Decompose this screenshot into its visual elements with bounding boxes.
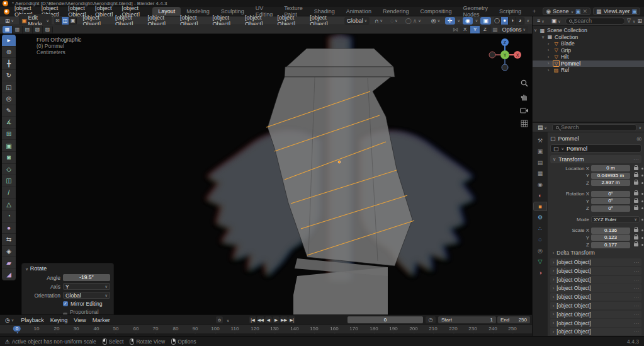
playback-jump-start[interactable]: |◀ [249, 316, 256, 323]
outliner-filter-mode[interactable]: ▣∨ [549, 17, 563, 25]
frame-tick[interactable]: 70 [153, 326, 159, 332]
mirror-axis-z[interactable]: Z [480, 26, 490, 33]
frame-tick[interactable]: 170 [349, 326, 358, 332]
tool-variant-select-difference[interactable]: ▧ [33, 26, 43, 33]
frame-tick[interactable]: 120 [251, 326, 259, 332]
tool-move[interactable]: ╋ [2, 58, 16, 70]
properties-section[interactable]: › [object Object] ⋯ [550, 328, 641, 335]
value-field[interactable]: 0° [591, 205, 630, 212]
tool-smooth[interactable]: ● [2, 222, 16, 234]
orientation-dropdown[interactable]: Global∨ [344, 17, 370, 25]
value-field[interactable]: 0 m [591, 165, 630, 171]
frame-tick[interactable]: 230 [468, 326, 477, 332]
timeline-menu[interactable]: Marker [89, 316, 113, 324]
playback-prev-keyframe[interactable]: ◀◀ [257, 316, 264, 323]
animate-dot[interactable] [641, 244, 643, 246]
playback-next-keyframe[interactable]: ▶▶ [280, 316, 288, 323]
properties-tab-object[interactable]: ■ [534, 202, 546, 210]
tool-transform[interactable]: ◎ [2, 93, 16, 105]
shading-solid[interactable]: ● [501, 17, 509, 25]
tool-edge-slide[interactable]: ⇆ [2, 234, 16, 246]
frame-tick[interactable]: 60 [133, 326, 139, 332]
value-field[interactable]: 0.049935 m [591, 173, 630, 179]
expand-icon[interactable]: ∨ [541, 35, 545, 40]
frame-tick[interactable]: 20 [54, 326, 60, 332]
lock-icon[interactable] [634, 174, 638, 177]
workspace-tab[interactable]: Scripting [494, 7, 527, 16]
lock-icon[interactable] [634, 200, 638, 203]
expand-icon[interactable]: ∨ [534, 28, 538, 33]
properties-tab-world[interactable]: ◐ [534, 192, 546, 200]
copy-icon[interactable]: ▣ [631, 8, 637, 14]
tool-extrude-region[interactable]: ▣ [2, 140, 16, 152]
editor-type-button[interactable]: ⊞∨ [3, 17, 16, 25]
tool-select-box[interactable]: ▸ [2, 35, 16, 47]
select-mode-face[interactable]: ▣ [69, 17, 77, 25]
playback-jump-end[interactable]: ▶| [288, 316, 295, 323]
gizmos-toggle[interactable]: ✛ [445, 17, 455, 25]
properties-tab-constraints[interactable]: ◎ [534, 246, 546, 255]
outliner-item-ref[interactable]: › ▨ Ref [533, 67, 644, 74]
properties-section[interactable]: › [object Object] ⋯ [550, 302, 641, 309]
outliner-item-collection[interactable]: ∨ ▦ Collection [533, 34, 644, 41]
frame-tick[interactable]: 210 [429, 326, 437, 332]
close-icon[interactable]: ✕ [583, 8, 588, 14]
frame-tick[interactable]: 10 [34, 326, 40, 332]
frame-tick[interactable]: 110 [231, 326, 239, 332]
animate-dot[interactable] [641, 193, 643, 195]
mirror-axis-y[interactable]: Y [470, 26, 480, 33]
outliner-item-pommel[interactable]: › ▽ Pommel [533, 61, 644, 67]
pin-icon[interactable]: ◎ [636, 136, 641, 142]
frame-tick[interactable]: 40 [94, 326, 99, 332]
snap-toggle[interactable]: ∩∨ [372, 17, 385, 25]
frame-tick[interactable]: 150 [310, 326, 318, 332]
frame-start-field[interactable]: Start1 [438, 316, 496, 323]
object-name-field[interactable]: ▢∨ Pommel [550, 144, 641, 153]
properties-search[interactable]: Search [552, 124, 636, 131]
frame-tick[interactable]: 30 [74, 326, 79, 332]
outliner-search[interactable]: Search [565, 18, 625, 25]
transform-panel-header[interactable]: ∨ Transform ⋯ [550, 155, 641, 163]
navigation-gizmo[interactable]: Z X Y [487, 37, 523, 73]
properties-section[interactable]: › [object Object] ⋯ [550, 284, 641, 292]
outliner-item-grip[interactable]: › ▽ Grip [533, 47, 644, 54]
properties-editor-type[interactable]: ▤∨ [535, 124, 550, 131]
value-field[interactable]: 0.177 [591, 242, 630, 248]
frame-tick[interactable]: 160 [330, 326, 338, 332]
lock-icon[interactable] [634, 207, 638, 210]
shading-wireframe[interactable]: ◯ [494, 17, 501, 25]
tool-variant-select-extend[interactable]: ▥ [13, 26, 23, 33]
viewlayer-selector[interactable]: ▦ ViewLayer ▣ [593, 8, 640, 15]
pan-hand-icon[interactable] [521, 93, 528, 101]
frame-tick[interactable]: 50 [113, 326, 119, 332]
tool-annotate[interactable]: ✎ [2, 105, 16, 117]
frame-tick[interactable]: 240 [489, 326, 497, 332]
funnel-filter-icon[interactable]: ∇ [627, 18, 631, 24]
value-field[interactable]: 2.937 m [591, 180, 630, 186]
tool-shear[interactable]: ▰ [2, 257, 16, 269]
overlays-toggle[interactable]: ◉ [463, 17, 473, 25]
animate-dot[interactable] [641, 219, 643, 221]
properties-tab-tool[interactable]: ⚒ [534, 136, 546, 144]
expand-icon[interactable]: › [548, 61, 551, 66]
keying-set-icon[interactable]: ◷ [426, 316, 436, 323]
workspace-tab[interactable]: Rendering [377, 7, 415, 16]
playback-play[interactable]: ▶ [273, 316, 280, 323]
properties-section[interactable]: › [object Object] ⋯ [550, 319, 641, 326]
lock-icon[interactable] [634, 229, 638, 232]
properties-tab-render[interactable]: ▣ [534, 147, 546, 156]
tool-rip-region[interactable]: ◢ [2, 269, 16, 281]
playback-play-reverse[interactable]: ◀ [265, 316, 272, 323]
workspace-tab[interactable]: Compositing [414, 7, 457, 16]
expand-icon[interactable]: › [548, 68, 551, 72]
expand-icon[interactable]: › [548, 48, 551, 52]
visibility-filter[interactable]: ◎∨ [429, 17, 443, 25]
outliner-item-hilt[interactable]: › ▽ Hilt [533, 54, 644, 61]
tool-knife[interactable]: / [2, 187, 16, 199]
animate-dot[interactable] [641, 175, 643, 176]
tool-rotate[interactable]: ↻ [2, 70, 16, 82]
orientation-dropdown[interactable]: Global∨ [63, 292, 110, 299]
frame-tick[interactable]: 0 [13, 326, 21, 332]
tool-cursor[interactable]: ⊕ [2, 47, 16, 59]
lock-icon[interactable] [634, 243, 638, 246]
